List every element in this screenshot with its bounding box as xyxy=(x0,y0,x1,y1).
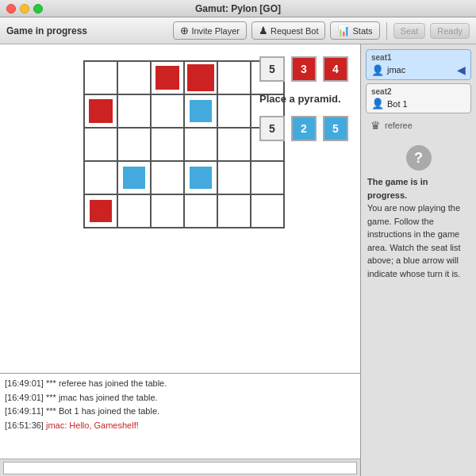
title-bar: Gamut: Pylon [GO] xyxy=(0,0,476,17)
seat1-arrow-icon: ◀ xyxy=(457,63,466,76)
chat-message-1: [16:49:01] *** referee has joined the ta… xyxy=(5,377,355,391)
invite-player-label: Invite Player xyxy=(191,26,240,36)
cell-4-4[interactable] xyxy=(217,194,251,228)
maximize-button[interactable] xyxy=(33,4,43,13)
cell-3-1[interactable] xyxy=(117,161,151,194)
seat-label: Seat xyxy=(401,26,419,36)
red-piece-2-label: 3 xyxy=(301,63,307,75)
piece-blue-2[interactable] xyxy=(123,167,145,189)
cell-2-1[interactable] xyxy=(117,128,151,161)
blue-piece-1-label: 5 xyxy=(269,122,275,135)
cell-1-1[interactable] xyxy=(117,94,151,128)
cell-0-1[interactable] xyxy=(117,61,151,94)
chat-message-4: [16:51:36] jmac: Hello, Gameshelf! xyxy=(5,419,355,433)
invite-player-button[interactable]: ⊕ Invite Player xyxy=(173,21,247,40)
traffic-lights xyxy=(6,4,43,13)
cell-1-3[interactable] xyxy=(184,94,217,128)
cell-3-4[interactable] xyxy=(217,161,251,194)
seats-area: seat1 👤 jmac ◀ seat2 👤 Bot 1 ♛ referee xyxy=(361,44,476,139)
piece-red-2[interactable] xyxy=(89,99,113,123)
minimize-button[interactable] xyxy=(20,4,29,13)
cell-2-3[interactable] xyxy=(184,128,217,161)
red-piece-3-label: 4 xyxy=(332,63,339,75)
blue-piece-3[interactable]: 5 xyxy=(323,116,348,141)
cell-3-0[interactable] xyxy=(84,161,117,194)
piece-blue-3[interactable] xyxy=(190,167,212,189)
chat-time-3: [16:49:11] xyxy=(5,406,44,416)
blue-pieces-row: 5 2 5 xyxy=(259,116,348,141)
chat-time-4: [16:51:36] xyxy=(5,420,44,430)
stats-label: Stats xyxy=(352,26,372,36)
request-bot-button[interactable]: ♟ Request Bot xyxy=(251,21,326,40)
blue-piece-2[interactable]: 2 xyxy=(291,116,317,141)
red-piece-2[interactable]: 3 xyxy=(291,56,317,82)
plus-circle-icon: ⊕ xyxy=(180,25,189,36)
cell-3-3[interactable] xyxy=(184,161,217,194)
help-icon[interactable]: ? xyxy=(406,145,432,171)
cell-2-0[interactable] xyxy=(84,128,117,161)
piece-red-large[interactable] xyxy=(187,64,214,91)
bot-icon: ♟ xyxy=(259,25,268,36)
cell-2-4[interactable] xyxy=(217,128,251,161)
blue-piece-3-label: 5 xyxy=(332,122,339,135)
red-piece-1-label: 5 xyxy=(269,63,275,75)
red-piece-3[interactable]: 4 xyxy=(323,56,348,82)
seat2-player-name: Bot 1 xyxy=(387,99,408,109)
chat-input[interactable] xyxy=(3,462,357,474)
cell-4-5[interactable] xyxy=(251,194,284,228)
piece-red[interactable] xyxy=(155,66,179,90)
cell-4-3[interactable] xyxy=(184,194,217,228)
chat-time-2: [16:49:01] xyxy=(5,393,44,402)
help-text: The game is in progress. You are now pla… xyxy=(367,175,470,280)
cell-0-2[interactable] xyxy=(151,61,184,94)
game-grid-wrapper xyxy=(83,60,285,228)
seat2-player: 👤 Bot 1 xyxy=(371,98,466,109)
cell-4-2[interactable] xyxy=(151,194,184,228)
cell-0-3[interactable] xyxy=(184,61,217,94)
cell-0-0[interactable] xyxy=(84,61,117,94)
help-title: The game is in progress. xyxy=(367,177,428,200)
left-panel: 5 3 4 Place a pyramid. 5 2 5 [16:49:01] … xyxy=(0,44,361,476)
cell-4-0[interactable] xyxy=(84,194,117,228)
cell-2-2[interactable] xyxy=(151,128,184,161)
seat1-player-name: jmac xyxy=(387,65,405,75)
piece-red-3[interactable] xyxy=(90,200,112,222)
pieces-panel: 5 3 4 Place a pyramid. 5 2 5 xyxy=(259,56,348,141)
help-area: ? The game is in progress. You are now p… xyxy=(361,139,476,476)
chat-log: [16:49:01] *** referee has joined the ta… xyxy=(0,374,360,459)
game-area[interactable]: 5 3 4 Place a pyramid. 5 2 5 xyxy=(0,44,360,373)
chat-input-area xyxy=(0,459,360,476)
toolbar-separator xyxy=(386,22,387,40)
cell-1-2[interactable] xyxy=(151,94,184,128)
seat1-label: seat1 xyxy=(371,53,466,62)
request-bot-label: Request Bot xyxy=(271,26,319,36)
blue-piece-1[interactable]: 5 xyxy=(259,116,285,141)
piece-blue-1[interactable] xyxy=(190,100,212,122)
cell-3-5[interactable] xyxy=(251,161,284,194)
seat2-label: seat2 xyxy=(371,87,466,96)
game-instruction: Place a pyramid. xyxy=(259,93,341,105)
cell-1-4[interactable] xyxy=(217,94,251,128)
toolbar: Game in progress ⊕ Invite Player ♟ Reque… xyxy=(0,17,476,44)
seat1-person-icon: 👤 xyxy=(371,64,384,76)
game-grid[interactable] xyxy=(83,60,285,228)
seat-button: Seat xyxy=(393,23,426,39)
close-button[interactable] xyxy=(6,4,16,13)
seat2-box[interactable]: seat2 👤 Bot 1 xyxy=(366,83,471,113)
cell-4-1[interactable] xyxy=(117,194,151,228)
referee-row: ♛ referee xyxy=(366,117,471,134)
chat-player-name: jmac: Hello, Gameshelf! xyxy=(46,420,139,430)
help-body: You are now playing the game. Follow the… xyxy=(367,203,461,278)
red-pieces-row: 5 3 4 xyxy=(259,56,348,82)
seat1-player: 👤 jmac ◀ xyxy=(371,63,466,76)
cell-1-0[interactable] xyxy=(84,94,117,128)
seat1-box[interactable]: seat1 👤 jmac ◀ xyxy=(366,49,471,80)
cell-3-2[interactable] xyxy=(151,161,184,194)
ready-label: Ready xyxy=(437,26,463,36)
right-panel: seat1 👤 jmac ◀ seat2 👤 Bot 1 ♛ referee xyxy=(361,44,476,476)
stats-button[interactable]: 📊 Stats xyxy=(330,21,379,40)
chat-time-1: [16:49:01] xyxy=(5,378,44,388)
red-piece-1[interactable]: 5 xyxy=(259,56,285,82)
chat-area: [16:49:01] *** referee has joined the ta… xyxy=(0,373,360,476)
cell-0-4[interactable] xyxy=(217,61,251,94)
